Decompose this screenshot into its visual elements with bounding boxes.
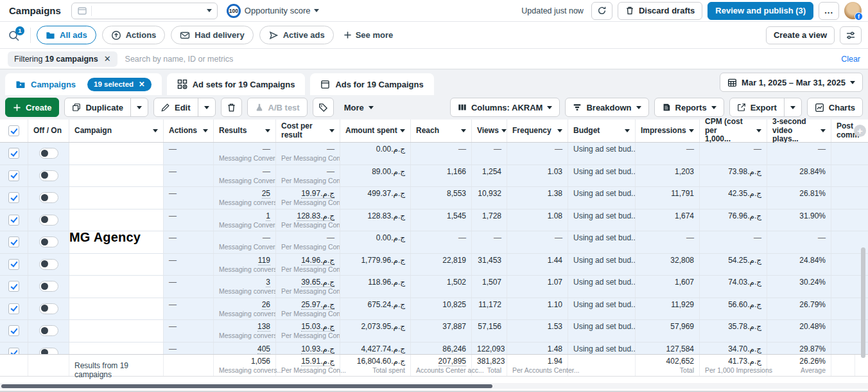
off-on-toggle[interactable] <box>39 215 58 226</box>
campaign-row[interactable]: —25Messaging convers...19.97ج.م.‏Per Mes… <box>0 187 868 209</box>
header-results[interactable]: Results <box>214 120 276 142</box>
ab-test-button[interactable]: A/B test <box>247 98 308 117</box>
close-icon[interactable]: ✕ <box>104 54 111 64</box>
sort-caret-icon[interactable] <box>625 129 630 132</box>
campaign-search-dropdown[interactable] <box>71 3 218 19</box>
off-on-toggle[interactable] <box>39 281 58 292</box>
close-icon[interactable]: ✕ <box>139 80 145 89</box>
filter-pill-all-ads[interactable]: All ads <box>37 26 96 44</box>
avatar[interactable]: f <box>844 2 862 19</box>
export-menu-button[interactable] <box>784 98 801 116</box>
filter-chip[interactable]: Filtering 19 campaigns ✕ <box>8 51 117 67</box>
row-checkbox[interactable] <box>8 236 19 247</box>
horizontal-scrollbar[interactable] <box>1 384 492 388</box>
view-settings-button[interactable] <box>840 26 862 44</box>
row-checkbox[interactable] <box>8 348 19 354</box>
search-filters-button[interactable]: 1 <box>6 28 24 42</box>
off-on-toggle[interactable] <box>39 192 58 203</box>
see-more-button[interactable]: See more <box>343 30 394 40</box>
reports-button[interactable]: Reports <box>654 98 724 117</box>
row-checkbox[interactable] <box>8 215 19 226</box>
review-publish-button[interactable]: Review and publish (3) <box>707 2 813 20</box>
more-menu-button[interactable]: More <box>339 103 379 112</box>
campaign-row[interactable]: —405Messaging convers...10.93ج.م.‏Per Me… <box>0 343 868 355</box>
date-range-picker[interactable]: Mar 1, 2025 – Mar 31, 2025 <box>720 73 863 92</box>
header-frequency[interactable]: Frequency <box>507 120 568 142</box>
sort-caret-icon[interactable] <box>461 129 466 132</box>
campaign-row[interactable]: —119Messaging convers...14.96ج.م.‏Per Me… <box>0 254 868 276</box>
sort-caret-icon[interactable] <box>265 129 270 132</box>
sort-caret-icon[interactable] <box>689 129 694 132</box>
row-checkbox[interactable] <box>8 303 19 314</box>
header-cost[interactable]: Cost perresult <box>276 120 340 142</box>
header-views[interactable]: Views <box>472 120 507 142</box>
select-all-checkbox[interactable] <box>8 125 19 136</box>
row-checkbox[interactable] <box>8 192 19 203</box>
off-on-toggle[interactable] <box>39 170 58 181</box>
filter-pill-had-delivery[interactable]: Had delivery <box>171 26 253 44</box>
create-button[interactable]: Create <box>5 98 59 117</box>
clear-filters-link[interactable]: Clear <box>841 55 860 64</box>
header-actions[interactable]: Actions <box>164 120 214 142</box>
campaign-row[interactable]: ——Messaging Convers...—Per Messaging Con… <box>0 143 868 165</box>
sort-caret-icon[interactable] <box>400 129 405 132</box>
campaign-row[interactable]: —3Messaging convers...39.65ج.م.‏Per Mess… <box>0 276 868 298</box>
filter-pill-active-ads[interactable]: Active ads <box>259 26 334 44</box>
campaign-row[interactable]: —1Messaging Convers...128.83ج.م.‏Per Mes… <box>0 209 868 232</box>
off-on-toggle[interactable] <box>39 348 58 354</box>
header-budget[interactable]: Budget <box>568 120 636 142</box>
add-column-icon[interactable]: + <box>854 125 866 137</box>
vertical-scrollbar[interactable] <box>861 247 865 358</box>
campaign-row[interactable]: —138Messaging convers...15.03ج.م.‏Per Me… <box>0 320 868 343</box>
campaign-row[interactable]: ——Messaging Convers...—Per Messaging Con… <box>0 165 868 188</box>
charts-button[interactable]: Charts <box>807 98 863 117</box>
discard-drafts-button[interactable]: Discard drafts <box>618 2 702 20</box>
opportunity-score[interactable]: 100 Opportunity score <box>227 4 320 18</box>
sort-caret-icon[interactable] <box>329 129 334 132</box>
off-on-toggle[interactable] <box>39 148 58 159</box>
sort-caret-icon[interactable] <box>501 129 507 132</box>
campaign-row[interactable]: —26Messaging convers...25.97ج.م.‏Per Mes… <box>0 298 868 321</box>
export-button[interactable]: Export <box>730 98 784 116</box>
tab-campaigns[interactable]: Campaigns 19 selected ✕ <box>5 73 162 95</box>
header-spent[interactable]: Amount spent <box>340 120 411 142</box>
row-checkbox[interactable] <box>8 325 19 336</box>
campaign-row[interactable]: ——Messaging Convers...—Per Messaging Con… <box>0 231 868 254</box>
row-checkbox[interactable] <box>8 259 19 270</box>
breakdown-button[interactable]: Breakdown <box>565 98 648 117</box>
duplicate-menu-button[interactable] <box>130 98 148 116</box>
more-options-button[interactable]: ... <box>819 2 839 20</box>
duplicate-button[interactable]: Duplicate <box>65 98 130 116</box>
off-on-toggle[interactable] <box>39 259 58 270</box>
search-input[interactable] <box>125 55 834 64</box>
filter-pill-actions[interactable]: Actions <box>102 26 166 44</box>
tag-button[interactable] <box>313 98 334 117</box>
header-campaign[interactable]: Campaign <box>69 120 164 142</box>
tab-ads[interactable]: Ads for 19 Campaigns <box>310 73 433 95</box>
header-select-all[interactable] <box>0 120 28 142</box>
header-post[interactable]: Postcomm <box>831 120 855 142</box>
sort-caret-icon[interactable] <box>756 129 761 132</box>
off-on-toggle[interactable] <box>39 325 58 336</box>
row-checkbox[interactable] <box>8 148 19 159</box>
refresh-button[interactable] <box>591 2 612 20</box>
edit-menu-button[interactable] <box>198 98 215 116</box>
off-on-toggle[interactable] <box>39 236 58 247</box>
sort-caret-icon[interactable] <box>153 129 158 132</box>
sort-caret-icon[interactable] <box>203 129 208 132</box>
edit-button[interactable]: Edit <box>154 98 198 116</box>
sort-caret-icon[interactable] <box>557 129 562 132</box>
create-a-view-button[interactable]: Create a view <box>766 26 835 44</box>
header-cpm[interactable]: CPM (cost per1,000... <box>700 120 767 142</box>
delete-button[interactable] <box>221 98 242 117</box>
tab-ad-sets[interactable]: Ad sets for 19 Campaigns <box>167 73 306 95</box>
header-video[interactable]: 3-secondvideo plays... <box>767 120 831 142</box>
row-checkbox[interactable] <box>8 281 19 292</box>
sort-caret-icon[interactable] <box>820 129 826 132</box>
off-on-toggle[interactable] <box>39 303 58 314</box>
columns-button[interactable]: Columns: AKRAM <box>450 98 560 117</box>
header-toggle[interactable]: Off / On <box>28 120 69 142</box>
row-checkbox[interactable] <box>8 170 19 181</box>
selected-badge[interactable]: 19 selected ✕ <box>87 78 152 91</box>
header-reach[interactable]: Reach <box>411 120 472 142</box>
